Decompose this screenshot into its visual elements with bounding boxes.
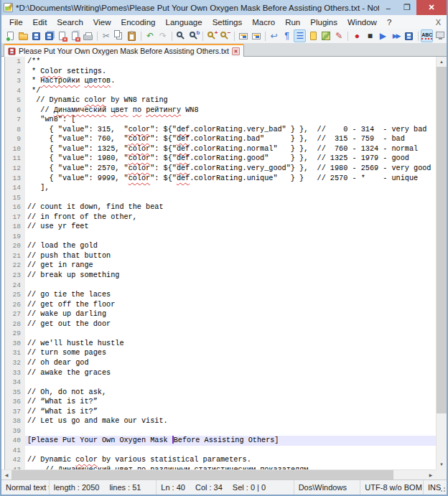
maximize-button[interactable]: ❐ [398,0,416,15]
line-text[interactable]: // use yr feet [25,222,436,232]
close-icon[interactable] [56,29,68,42]
spell-check-icon[interactable]: ABC [421,29,433,42]
line-text[interactable]: // go tie the laces [25,290,436,300]
zoom-out-icon[interactable]: − [219,29,231,42]
line-text[interactable] [25,378,436,388]
line-text[interactable]: // get off the floor [25,300,436,310]
editor-line[interactable]: 11 { "value": 1980, "color": ${"def.colo… [1,154,436,164]
document-map-icon[interactable] [320,29,332,42]
menu-macro[interactable]: Macro [247,17,280,28]
editor-line[interactable]: 10 { "value": 1325, "color": ${"def.colo… [1,144,436,154]
editor-line[interactable]: 35// Oh, do not ask, [1,388,436,398]
save-icon[interactable] [30,29,42,42]
replace-icon[interactable]: b [188,29,200,42]
line-text[interactable] [25,329,436,339]
editor-line[interactable]: 41 [1,446,436,456]
macro-record-icon[interactable]: ● [351,29,363,42]
line-text[interactable]: // get in range [25,261,436,271]
line-text[interactable]: // turn some pages [25,348,436,358]
new-file-icon[interactable] [4,29,17,42]
line-text[interactable]: ], [25,183,436,193]
find-icon[interactable] [175,29,187,42]
editor-line[interactable]: 9 { "value": 760, "color": ${"def.colorR… [1,134,436,144]
line-text[interactable]: // push that button [25,251,436,261]
line-text[interactable]: // “What is it?” [25,407,436,417]
editor-line[interactable]: 30// we'll hustle hustle [1,339,436,349]
redo-icon[interactable]: ↷ [157,29,169,42]
menu-help[interactable]: ? [382,17,396,28]
sync-scroll-vertical-icon[interactable] [237,29,249,42]
scroll-left-icon[interactable]: ◀ [1,470,11,479]
scroll-up-icon[interactable]: ▲ [437,57,447,67]
macro-run-multiple-icon[interactable]: ▶▶ [390,29,402,42]
editor-line[interactable]: 37// “What is it?” [1,407,436,417]
macro-save-icon[interactable] [403,29,415,42]
line-text[interactable]: // break up something [25,271,436,281]
status-encoding[interactable]: UTF-8 w/o BOM [360,480,424,495]
scroll-right-icon[interactable]: ▶ [426,470,436,479]
editor-line[interactable]: 18// use yr feet [1,222,436,232]
menu-settings[interactable]: Settings [207,17,248,28]
menu-view[interactable]: View [88,17,116,28]
vertical-scrollbar[interactable]: ▲ ▼ [436,57,447,469]
editor-line[interactable]: 27// wake up darling [1,309,436,319]
menu-edit[interactable]: Edit [28,17,52,28]
editor-line[interactable]: 12 { "value": 2570, "color": ${"def.colo… [1,164,436,174]
line-text[interactable]: // oh dear god [25,358,436,368]
menu-window[interactable]: Window [342,17,382,28]
line-text[interactable]: // Oh, do not ask, [25,388,436,398]
menu-encoding[interactable]: Encoding [116,17,161,28]
line-text[interactable]: // Dynamic color by various statistical … [25,455,436,465]
undo-icon[interactable]: ↶ [144,29,156,42]
line-text[interactable] [25,232,436,242]
print-icon[interactable] [82,29,94,42]
line-text[interactable] [25,426,436,436]
line-text[interactable]: // load the gold [25,241,436,251]
editor-line[interactable]: 5 // Dynamic color by WN8 rating [1,95,436,106]
editor-line[interactable]: 40[Please Put Your Own Oxygen Mask Befor… [1,436,436,446]
editor-line[interactable]: 26// get off the floor [1,300,436,310]
editor-line[interactable]: 19 [1,232,436,242]
line-text[interactable]: { "value": 315, "color": ${"def.colorRat… [25,125,436,135]
minimize-button[interactable]: – [379,0,398,15]
line-text[interactable]: // count it down, find the beat [25,202,436,212]
vertical-scroll-thumb[interactable] [437,67,447,413]
word-wrap-icon[interactable]: ↩ [268,29,280,42]
editor-line[interactable]: 29 [1,329,436,339]
menu-language[interactable]: Language [160,17,207,28]
menu-search[interactable]: Search [52,17,88,28]
editor-line[interactable]: 32// oh dear god [1,358,436,368]
close-button[interactable]: ✕ [416,0,447,15]
editor-line[interactable]: 2 * Color settings. [1,67,436,77]
menu-close-document-button[interactable]: X [436,18,441,27]
menu-file[interactable]: File [4,17,28,28]
menu-plugins[interactable]: Plugins [305,17,342,28]
line-text[interactable] [25,446,436,456]
line-text[interactable]: /** [25,57,436,67]
scroll-down-icon[interactable]: ▼ [437,459,447,469]
editor-line[interactable]: 4 */ [1,86,436,96]
editor-line[interactable]: 7 "wn8": [ [1,115,436,125]
editor-line[interactable]: 15 [1,193,436,203]
line-text[interactable]: { "value": 9999, "color": ${"def.colorRa… [25,174,436,184]
editor-line[interactable]: 23// break up something [1,271,436,281]
line-text[interactable]: { "value": 760, "color": ${"def.colorRat… [25,134,436,144]
line-text[interactable]: [Please Put Your Own Oxygen Mask Before … [25,436,436,446]
resize-grip[interactable] [439,487,445,493]
line-text[interactable]: // “What is it?” [25,397,436,407]
show-indent-guide-icon[interactable]: ☰ [294,29,306,42]
line-text[interactable]: { "value": 1325, "color": ${"def.colorRa… [25,144,436,154]
title-bar[interactable]: *D:\Documents\Writing\Pomes\Please Put Y… [1,0,447,15]
document-monitor-icon[interactable] [434,29,446,42]
zoom-in-icon[interactable]: + [206,29,218,42]
editor-line[interactable]: 16// count it down, find the beat [1,202,436,212]
copy-icon[interactable] [113,29,125,42]
sync-scroll-horizontal-icon[interactable] [250,29,262,42]
line-text[interactable]: { "value": 1980, "color": ${"def.colorRa… [25,154,436,164]
editor-line[interactable]: 22// get in range [1,261,436,271]
line-text[interactable]: { "value": 2570, "color": ${"def.colorRa… [25,164,436,174]
line-text[interactable] [25,281,436,291]
editor-line[interactable]: 38// Let us go and make our visit. [1,416,436,426]
editor-line[interactable]: 8 { "value": 315, "color": ${"def.colorR… [1,125,436,135]
close-all-icon[interactable] [69,29,81,42]
